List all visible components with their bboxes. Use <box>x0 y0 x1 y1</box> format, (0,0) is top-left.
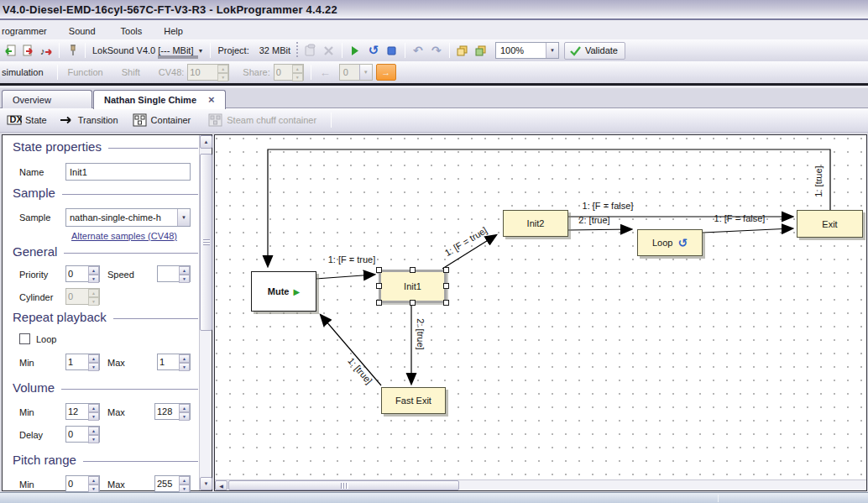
transition-init2-to-loop[interactable] <box>568 229 631 230</box>
selection-handle[interactable] <box>443 300 449 306</box>
state-node-init1-selected[interactable]: Init1 <box>379 270 447 303</box>
down-arrow-icon[interactable]: ▼ <box>88 435 99 443</box>
scroll-down-button[interactable]: ▼ <box>200 477 212 490</box>
transition-label[interactable]: 1: [F = true] <box>443 225 489 258</box>
transition-mute-to-init1[interactable] <box>316 275 374 279</box>
up-arrow-icon[interactable]: ▲ <box>179 266 190 275</box>
sample-combobox[interactable]: nathan-single-chime-h ▼ <box>65 208 191 227</box>
chevron-down-icon[interactable]: ▼ <box>177 209 190 226</box>
delay-value[interactable] <box>66 427 88 442</box>
transition-label[interactable]: 1: [F = true] <box>328 254 376 265</box>
loop-playback-icon[interactable]: ↺ <box>364 42 383 60</box>
down-arrow-icon[interactable]: ▼ <box>88 275 99 283</box>
export-icon[interactable] <box>18 42 37 60</box>
up-arrow-icon[interactable]: ▲ <box>88 354 99 363</box>
down-arrow-icon[interactable]: ▼ <box>179 363 190 371</box>
zoom-combobox[interactable]: 100% ▼ <box>495 42 559 59</box>
transition-label[interactable]: 1: [true] <box>346 355 374 385</box>
programmer-connection-icon[interactable] <box>63 42 81 60</box>
add-transition-button[interactable]: Transition <box>60 115 124 125</box>
toolbar-grip[interactable] <box>295 42 300 59</box>
selection-handle[interactable] <box>376 283 382 289</box>
selection-handle[interactable] <box>443 267 449 273</box>
state-diagram-canvas[interactable]: 1: [true] 1: [F = true] 1: [F = true] 2:… <box>215 135 866 479</box>
selection-handle[interactable] <box>376 267 382 273</box>
repeat-min-value[interactable] <box>66 354 88 369</box>
up-arrow-icon[interactable]: ▲ <box>179 476 190 485</box>
up-arrow-icon[interactable]: ▲ <box>88 266 99 275</box>
simulation-button[interactable]: simulation <box>0 67 47 77</box>
tab-overview[interactable]: Overview <box>2 90 92 108</box>
import-icon[interactable] <box>0 42 18 60</box>
volume-min-spinner[interactable]: ▲▼ <box>65 403 100 420</box>
scrollbar-thumb[interactable] <box>200 154 212 331</box>
selection-handle[interactable] <box>443 283 449 289</box>
add-state-button[interactable]: DX State <box>7 114 53 126</box>
delay-spinner[interactable]: ▲▼ <box>65 426 100 443</box>
transition-label[interactable]: 2: [true] <box>578 215 609 225</box>
transition-label[interactable]: 1: [true] <box>813 165 824 196</box>
speed-value[interactable] <box>158 266 179 281</box>
validate-button[interactable]: Validate <box>564 42 625 60</box>
transition-loop-to-exit[interactable] <box>703 228 792 233</box>
chevron-down-icon[interactable]: ▼ <box>546 43 558 58</box>
down-arrow-icon[interactable]: ▼ <box>88 363 99 371</box>
up-arrow-icon[interactable]: ▲ <box>88 404 99 412</box>
diagram-hscrollbar[interactable]: ◀ <box>215 479 866 490</box>
state-node-exit[interactable]: Exit <box>797 210 863 238</box>
pitch-min-value[interactable] <box>66 476 88 491</box>
up-arrow-icon[interactable]: ▲ <box>88 427 99 435</box>
repeat-max-spinner[interactable]: ▲▼ <box>157 354 191 370</box>
repeat-min-spinner[interactable]: ▲▼ <box>65 354 100 370</box>
up-arrow-icon[interactable]: ▲ <box>179 354 190 363</box>
state-node-mute[interactable]: Mute ▶ <box>251 271 316 312</box>
pitch-max-spinner[interactable]: ▲▼ <box>154 475 191 492</box>
selection-handle[interactable] <box>376 300 382 306</box>
down-arrow-icon[interactable]: ▼ <box>179 275 190 283</box>
menu-tools[interactable]: Tools <box>113 24 150 38</box>
properties-scrollbar[interactable]: ▲ ▼ <box>199 135 212 490</box>
selection-handle[interactable] <box>410 300 416 306</box>
volume-min-value[interactable] <box>66 404 88 419</box>
transition-fast-exit-to-mute[interactable] <box>321 315 381 385</box>
selection-handle[interactable] <box>410 267 416 273</box>
scroll-left-button[interactable]: ◀ <box>215 480 227 490</box>
pitch-max-value[interactable] <box>155 476 179 491</box>
transition-exit-to-mute[interactable] <box>268 149 830 266</box>
pitch-min-spinner[interactable]: ▲▼ <box>65 475 100 492</box>
priority-value[interactable] <box>66 266 88 281</box>
repeat-max-value[interactable] <box>158 354 179 369</box>
state-node-init2[interactable]: Init2 <box>503 210 568 237</box>
volume-max-value[interactable] <box>155 404 179 419</box>
down-arrow-icon[interactable]: ▼ <box>179 412 190 421</box>
volume-max-spinner[interactable]: ▲▼ <box>154 403 191 420</box>
alternate-samples-link[interactable]: Alternate samples (CV48) <box>71 231 177 241</box>
scroll-up-button[interactable]: ▲ <box>200 135 212 149</box>
name-field[interactable] <box>65 163 191 181</box>
menu-programmer[interactable]: rogrammer <box>0 24 55 38</box>
up-arrow-icon[interactable]: ▲ <box>88 476 99 485</box>
nav-right-arrow-button[interactable]: → <box>376 64 396 81</box>
tab-nathan-single-chime[interactable]: Nathan Single Chime × <box>93 90 226 109</box>
transition-label[interactable]: 1: [F = false] <box>714 213 766 223</box>
decoder-selector[interactable]: LokSound V4.0 [--- MBit] <box>89 45 196 55</box>
add-container-button[interactable]: Container <box>133 113 197 127</box>
up-arrow-icon[interactable]: ▲ <box>179 404 190 412</box>
down-arrow-icon[interactable]: ▼ <box>88 412 99 421</box>
send-backward-icon[interactable] <box>472 42 490 60</box>
stop-icon[interactable] <box>383 42 401 60</box>
play-icon[interactable] <box>346 42 364 60</box>
speed-spinner[interactable]: ▲▼ <box>157 265 191 282</box>
transition-label[interactable]: 2: [true] <box>416 318 426 349</box>
close-icon[interactable]: × <box>208 96 215 104</box>
export-sound-icon[interactable]: ♪ <box>37 42 55 60</box>
priority-spinner[interactable]: ▲▼ <box>65 265 100 282</box>
menu-help[interactable]: Help <box>156 24 191 38</box>
transition-label[interactable]: 1: [F = false] <box>583 201 634 211</box>
state-node-fast-exit[interactable]: Fast Exit <box>381 387 446 414</box>
menu-sound[interactable]: Sound <box>61 24 103 38</box>
loop-checkbox[interactable] <box>19 333 30 344</box>
bring-forward-icon[interactable] <box>453 42 472 60</box>
scrollbar-thumb[interactable] <box>228 480 459 490</box>
chevron-down-icon[interactable]: ▼ <box>196 48 207 54</box>
